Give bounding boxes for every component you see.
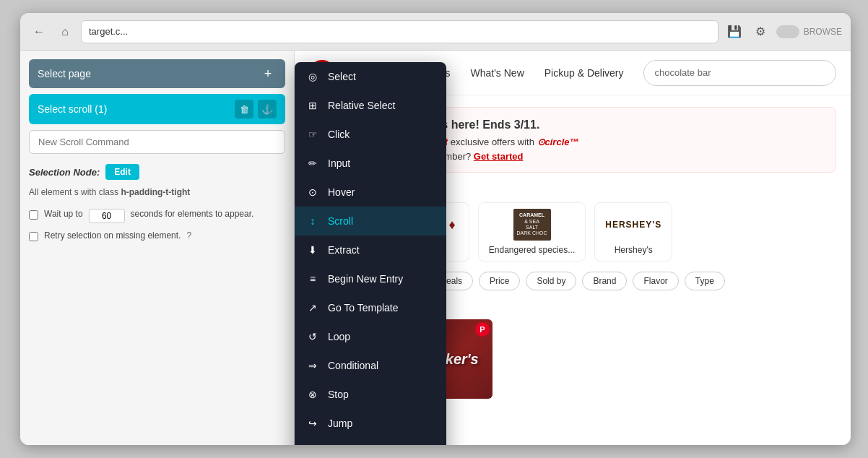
menu-item-jump[interactable]: ↪ Jump xyxy=(295,409,446,438)
menu-item-select-label: Select xyxy=(328,71,356,82)
menu-item-hover-label: Hover xyxy=(328,186,355,198)
menu-item-select[interactable]: ◎ Select xyxy=(295,62,446,91)
endangered-logo-area: CARAMEL & SEA SALT DARK CHOC xyxy=(513,209,551,241)
browse-toggle: BROWSE xyxy=(776,25,842,38)
nav-pickup[interactable]: Pickup & Delivery xyxy=(544,67,624,79)
new-scroll-input[interactable] xyxy=(29,130,285,154)
conditional-icon: ⇒ xyxy=(306,359,319,372)
brand-card-hersheys[interactable]: HERSHEY'S Hershey's xyxy=(594,202,672,262)
menu-item-relative-select-label: Relative Select xyxy=(328,100,395,111)
selection-node-row: Selection Node: Edit xyxy=(29,164,285,180)
pill-brand[interactable]: Brand xyxy=(582,272,627,290)
menu-item-conditional[interactable]: ⇒ Conditional xyxy=(295,351,446,380)
search-bar[interactable]: chocolate bar xyxy=(643,60,836,86)
menu-item-click-label: Click xyxy=(328,129,350,140)
wait-row: Wait up to seconds for elements to appea… xyxy=(29,209,285,223)
menu-item-extract-label: Extract xyxy=(328,244,360,256)
wait-label-post: seconds for elements to appear. xyxy=(131,209,254,219)
browse-label: BROWSE xyxy=(804,27,842,37)
menu-item-go-to-template-label: Go To Template xyxy=(328,302,399,314)
save-button[interactable]: 💾 xyxy=(724,22,745,42)
retry-checkbox[interactable] xyxy=(29,232,38,241)
pinterest-badge: P xyxy=(475,322,490,337)
click-icon: ☞ xyxy=(306,128,319,141)
wait-label-pre: Wait up to xyxy=(44,209,83,219)
menu-item-scroll-label: Scroll xyxy=(328,215,353,227)
menu-item-scroll[interactable]: ↕ Scroll xyxy=(295,207,446,236)
menu-item-loop[interactable]: ↺ Loop xyxy=(295,322,446,351)
hersheys-name: Hershey's xyxy=(615,245,653,255)
brand-card-endangered[interactable]: CARAMEL & SEA SALT DARK CHOC Endangered … xyxy=(478,202,586,262)
row-actions: 🗑 ⚓ xyxy=(235,100,277,118)
url-text: target.c... xyxy=(89,26,128,37)
relative-select-icon: ⊞ xyxy=(306,99,319,112)
circle-brand-2: ⊙circle™ xyxy=(537,137,579,147)
menu-item-conditional-label: Conditional xyxy=(328,360,378,371)
menu-item-stop[interactable]: ⊗ Stop xyxy=(295,380,446,409)
pill-type-label: Type xyxy=(695,276,714,286)
hersheys-logo-area: HERSHEY'S xyxy=(605,209,661,241)
search-value: chocolate bar xyxy=(654,67,711,78)
main-area: Select page + Select scroll (1) 🗑 ⚓ Sele… xyxy=(20,51,851,445)
select-icon: ◎ xyxy=(306,70,319,83)
menu-item-wait[interactable]: ⏱ Wait xyxy=(295,438,446,445)
back-button[interactable]: ← xyxy=(29,22,49,42)
scroll-row-label: Select scroll (1) xyxy=(38,103,235,115)
stop-icon: ⊗ xyxy=(306,388,319,401)
extract-icon: ⬇ xyxy=(306,243,319,256)
nav-whats-new[interactable]: What's New xyxy=(471,67,524,79)
begin-new-entry-icon: ≡ xyxy=(306,272,319,285)
wait-checkbox[interactable] xyxy=(29,210,38,220)
menu-item-begin-new-entry[interactable]: ≡ Begin New Entry xyxy=(295,264,446,293)
add-button[interactable]: + xyxy=(259,65,277,82)
pill-type[interactable]: Type xyxy=(685,272,725,290)
endangered-name: Endangered species... xyxy=(489,245,575,255)
menu-item-click[interactable]: ☞ Click xyxy=(295,120,446,149)
input-icon: ✏ xyxy=(306,157,319,170)
jump-icon: ↪ xyxy=(306,417,319,430)
pill-sold-by-label: Sold by xyxy=(537,276,565,286)
menu-item-begin-new-entry-label: Begin New Entry xyxy=(328,273,403,285)
dropdown-menu: ◎ Select ⊞ Relative Select ☞ Click ✏ Inp… xyxy=(295,62,446,445)
menu-item-go-to-template[interactable]: ↗ Go To Template xyxy=(295,293,446,322)
address-bar[interactable]: target.c... xyxy=(81,20,719,43)
pill-price[interactable]: Price xyxy=(479,272,520,290)
edit-button[interactable]: Edit xyxy=(105,164,139,180)
menu-item-input-label: Input xyxy=(328,157,350,169)
hersheys-logo: HERSHEY'S xyxy=(605,220,661,230)
node-description: All element s with class h-padding-t-tig… xyxy=(29,186,285,199)
browser-window: ← ⌂ target.c... 💾 ⚙ BROWSE Select page +… xyxy=(20,13,851,445)
scroll-icon: ↕ xyxy=(306,215,319,228)
menu-item-hover[interactable]: ⊙ Hover xyxy=(295,178,446,207)
left-panel: Select page + Select scroll (1) 🗑 ⚓ Sele… xyxy=(20,51,295,445)
pill-flavor-label: Flavor xyxy=(643,276,667,286)
menu-item-stop-label: Stop xyxy=(328,389,349,400)
anchor-button[interactable]: ⚓ xyxy=(258,100,277,118)
retry-label: Retry selection on missing element. xyxy=(44,230,181,241)
select-page-row[interactable]: Select page + xyxy=(29,59,285,88)
settings-button[interactable]: ⚙ xyxy=(750,22,771,42)
seconds-input[interactable] xyxy=(89,209,125,223)
toggle-switch[interactable] xyxy=(776,25,799,38)
menu-item-loop-label: Loop xyxy=(328,331,350,342)
menu-item-relative-select[interactable]: ⊞ Relative Select xyxy=(295,91,446,120)
pill-price-label: Price xyxy=(490,276,509,286)
delete-button[interactable]: 🗑 xyxy=(235,100,253,118)
hover-icon: ⊙ xyxy=(306,186,319,199)
endangered-logo: CARAMEL & SEA SALT DARK CHOC xyxy=(513,209,551,241)
menu-item-extract[interactable]: ⬇ Extract xyxy=(295,236,446,264)
pill-sold-by[interactable]: Sold by xyxy=(526,272,576,290)
retry-help-icon: ? xyxy=(186,230,191,241)
node-class: h-padding-t-tight xyxy=(121,187,190,197)
menu-item-input[interactable]: ✏ Input xyxy=(295,149,446,178)
retry-row: Retry selection on missing element. ? xyxy=(29,230,285,241)
scroll-row[interactable]: Select scroll (1) 🗑 ⚓ xyxy=(29,94,285,124)
home-button[interactable]: ⌂ xyxy=(55,22,75,42)
select-page-label: Select page xyxy=(38,68,259,79)
get-started-link[interactable]: Get started xyxy=(474,151,524,162)
loop-icon: ↺ xyxy=(306,330,319,343)
pill-brand-label: Brand xyxy=(593,276,616,286)
browser-toolbar: ← ⌂ target.c... 💾 ⚙ BROWSE xyxy=(20,13,851,51)
menu-item-jump-label: Jump xyxy=(328,418,352,429)
pill-flavor[interactable]: Flavor xyxy=(633,272,678,290)
